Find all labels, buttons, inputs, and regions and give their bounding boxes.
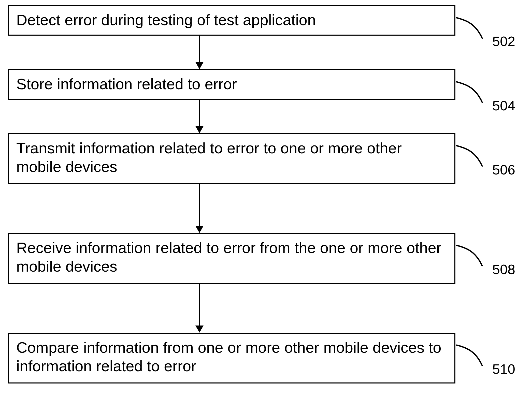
step-label-3: 506 bbox=[492, 163, 515, 176]
callout-1 bbox=[455, 11, 488, 42]
arrow-2-3-line bbox=[199, 100, 200, 128]
step-text-1: Detect error during testing of test appl… bbox=[16, 11, 316, 29]
step-text-5: Compare information from one or more oth… bbox=[16, 338, 447, 375]
step-label-2: 504 bbox=[492, 99, 515, 112]
callout-4 bbox=[455, 239, 488, 270]
step-box-2: Store information related to error bbox=[8, 69, 455, 100]
arrow-1-2-line bbox=[199, 36, 200, 64]
callout-5 bbox=[455, 339, 488, 369]
step-label-5: 510 bbox=[492, 362, 515, 376]
step-box-5: Compare information from one or more oth… bbox=[8, 333, 455, 383]
arrow-1-2-head bbox=[195, 62, 204, 69]
step-text-4: Receive information related to error fro… bbox=[16, 239, 447, 276]
step-box-4: Receive information related to error fro… bbox=[8, 233, 455, 284]
step-box-3: Transmit information related to error to… bbox=[8, 133, 455, 184]
step-label-4: 508 bbox=[492, 262, 515, 276]
step-label-1: 502 bbox=[492, 34, 515, 48]
callout-3 bbox=[455, 139, 488, 170]
arrow-3-4-head bbox=[195, 226, 204, 233]
callout-2 bbox=[455, 76, 488, 106]
arrow-4-5-head bbox=[195, 326, 204, 333]
step-text-2: Store information related to error bbox=[16, 75, 237, 93]
step-box-1: Detect error during testing of test appl… bbox=[8, 5, 455, 36]
step-text-3: Transmit information related to error to… bbox=[16, 139, 447, 176]
flowchart-canvas: Detect error during testing of test appl… bbox=[0, 0, 532, 399]
arrow-4-5-line bbox=[199, 284, 200, 327]
arrow-2-3-head bbox=[195, 126, 204, 133]
arrow-3-4-line bbox=[199, 184, 200, 227]
